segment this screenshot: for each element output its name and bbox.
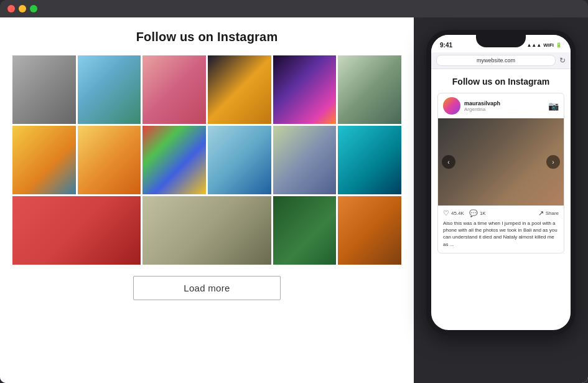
grid-item-13[interactable] xyxy=(12,196,141,265)
like-count: 45.4K xyxy=(451,210,464,216)
instagram-post: maurasilvaph Argentina 📷 ‹ › xyxy=(437,93,564,253)
share-action[interactable]: ↗ Share xyxy=(538,209,559,217)
grid-item-1[interactable] xyxy=(12,55,76,124)
user-location: Argentina xyxy=(464,106,500,112)
app-window: Follow us on Instagram xyxy=(0,0,588,383)
grid-item-2[interactable] xyxy=(78,55,141,124)
instagram-grid xyxy=(12,55,401,265)
grid-item-4[interactable] xyxy=(208,55,271,124)
load-more-wrapper: Load more xyxy=(133,276,280,300)
comment-action[interactable]: 💬 1K xyxy=(469,209,486,217)
status-icons: ▲▲▲ WiFi 🔋 xyxy=(526,42,562,48)
phone-mockup: 9:41 ▲▲▲ WiFi 🔋 mywebsite.com ↻ Follow u… xyxy=(426,30,576,335)
phone-section-title: Follow us on Instagram xyxy=(437,77,564,87)
titlebar xyxy=(0,0,588,17)
grid-item-11[interactable] xyxy=(273,126,337,194)
maximize-button[interactable] xyxy=(30,5,37,12)
minimize-button[interactable] xyxy=(19,5,26,12)
post-caption: Also this was a time when I jumped in a … xyxy=(438,220,564,253)
phone-area: 9:41 ▲▲▲ WiFi 🔋 mywebsite.com ↻ Follow u… xyxy=(414,17,588,383)
grid-item-8[interactable] xyxy=(78,126,141,194)
prev-arrow[interactable]: ‹ xyxy=(442,155,455,169)
grid-item-16[interactable] xyxy=(338,196,401,265)
like-action[interactable]: ♡ 45.4K xyxy=(443,209,464,217)
user-info: maurasilvaph Argentina xyxy=(464,100,500,112)
refresh-button[interactable]: ↻ xyxy=(559,56,566,65)
close-button[interactable] xyxy=(7,5,15,12)
share-icon: ↗ xyxy=(538,209,544,217)
grid-item-14[interactable] xyxy=(142,196,271,265)
phone-browser-content: Follow us on Instagram maurasilvaph Arge… xyxy=(431,69,571,260)
post-header: maurasilvaph Argentina 📷 xyxy=(438,93,564,118)
next-arrow[interactable]: › xyxy=(546,155,560,169)
grid-item-15[interactable] xyxy=(273,196,337,265)
main-content: Follow us on Instagram xyxy=(0,17,588,383)
grid-item-7[interactable] xyxy=(12,126,76,194)
grid-item-6[interactable] xyxy=(338,55,401,124)
feed-section: Follow us on Instagram xyxy=(0,17,414,383)
username: maurasilvaph xyxy=(464,100,500,106)
post-actions: ♡ 45.4K 💬 1K ↗ Share xyxy=(438,206,564,220)
share-label: Share xyxy=(546,210,559,216)
battery-icon: 🔋 xyxy=(556,42,562,48)
wifi-icon: WiFi xyxy=(543,42,554,48)
grid-item-10[interactable] xyxy=(208,126,271,194)
post-photo xyxy=(438,118,564,206)
post-image: ‹ › xyxy=(438,118,564,206)
grid-item-5[interactable] xyxy=(273,55,337,124)
grid-item-12[interactable] xyxy=(338,126,401,194)
signal-icon: ▲▲▲ xyxy=(526,42,541,48)
traffic-lights xyxy=(7,5,37,12)
instagram-logo-icon: 📷 xyxy=(548,101,559,111)
feed-title: Follow us on Instagram xyxy=(136,30,278,44)
browser-bar: mywebsite.com ↻ xyxy=(431,52,571,69)
status-time: 9:41 xyxy=(440,42,452,49)
comment-count: 1K xyxy=(480,210,486,216)
grid-item-9[interactable] xyxy=(142,126,206,194)
comment-icon: 💬 xyxy=(469,209,478,217)
url-bar[interactable]: mywebsite.com xyxy=(436,55,556,66)
avatar xyxy=(443,97,460,115)
load-more-button[interactable]: Load more xyxy=(133,276,280,300)
post-user: maurasilvaph Argentina xyxy=(443,97,500,115)
phone-status-bar: 9:41 ▲▲▲ WiFi 🔋 xyxy=(431,35,571,52)
heart-icon: ♡ xyxy=(443,209,449,217)
grid-item-3[interactable] xyxy=(142,55,206,124)
